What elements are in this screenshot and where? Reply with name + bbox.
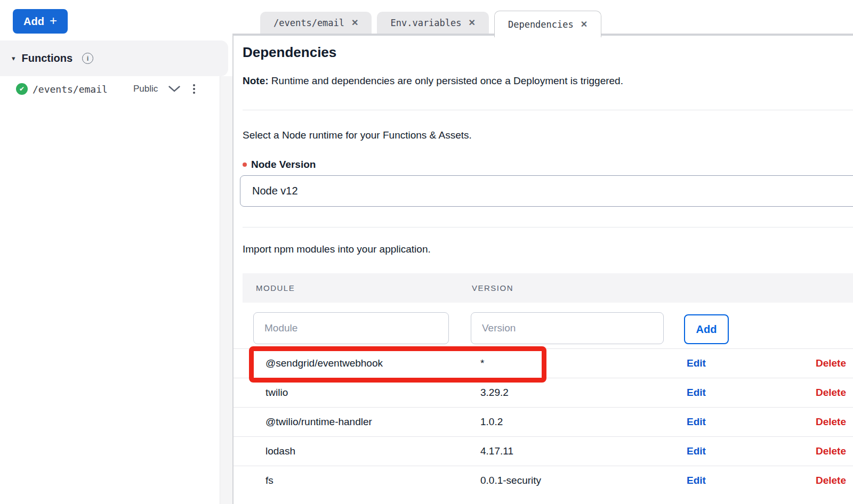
divider bbox=[243, 227, 853, 227]
delete-link[interactable]: Delete bbox=[816, 357, 846, 369]
editor-tab[interactable]: Dependencies ✕ bbox=[494, 11, 601, 37]
edit-link[interactable]: Edit bbox=[687, 475, 706, 486]
node-version-select[interactable]: Node v12 bbox=[240, 175, 853, 207]
dependency-module-name: twilio bbox=[265, 387, 480, 399]
edit-link[interactable]: Edit bbox=[687, 445, 706, 457]
close-tab-icon[interactable]: ✕ bbox=[351, 18, 358, 28]
dependency-module-name: fs bbox=[265, 475, 480, 486]
dependencies-panel: Dependencies Note: Runtime and dependenc… bbox=[232, 34, 853, 504]
tab-label: /events/email bbox=[273, 18, 344, 28]
kebab-menu-icon[interactable] bbox=[191, 82, 197, 96]
note-label: Note: bbox=[243, 75, 269, 86]
editor-tab-bar: /events/email ✕ Env.variables ✕ Dependen… bbox=[260, 11, 601, 37]
required-indicator bbox=[243, 162, 247, 167]
dependency-module-name: lodash bbox=[265, 445, 480, 457]
dependency-row: lodash 4.17.11 Edit Delete bbox=[234, 436, 853, 466]
delete-link[interactable]: Delete bbox=[816, 387, 846, 399]
node-version-label: Node Version bbox=[243, 159, 316, 170]
edit-link[interactable]: Edit bbox=[687, 416, 706, 428]
dependencies-table-header: MODULE VERSION bbox=[243, 273, 853, 303]
plus-icon: + bbox=[50, 14, 57, 27]
close-tab-icon[interactable]: ✕ bbox=[581, 19, 588, 29]
function-list-item[interactable]: ✔ /events/email Public bbox=[0, 76, 219, 102]
dependencies-table-body: @sendgrid/eventwebhook * Edit Delete twi… bbox=[234, 348, 853, 495]
delete-link[interactable]: Delete bbox=[816, 475, 846, 486]
node-version-value: Node v12 bbox=[252, 185, 298, 197]
deployed-check-icon: ✔ bbox=[16, 83, 28, 95]
close-tab-icon[interactable]: ✕ bbox=[469, 18, 476, 28]
version-input[interactable] bbox=[471, 312, 664, 344]
sidebar-scrollbar-track bbox=[220, 76, 232, 504]
dependency-module-name: @sendgrid/eventwebhook bbox=[265, 357, 480, 369]
dependency-version: * bbox=[480, 357, 651, 369]
collapse-caret-icon[interactable]: ▾ bbox=[12, 54, 15, 62]
functions-section-label: Functions bbox=[22, 52, 73, 64]
page-title: Dependencies bbox=[243, 44, 336, 61]
dependency-row: @twilio/runtime-handler 1.0.2 Edit Delet… bbox=[234, 407, 853, 436]
dependency-module-name: @twilio/runtime-handler bbox=[265, 416, 480, 428]
modules-intro-text: Import npm modules into your application… bbox=[243, 243, 431, 255]
dependency-version: 3.29.2 bbox=[480, 387, 651, 399]
dependency-version: 4.17.11 bbox=[480, 445, 651, 457]
function-visibility-label: Public bbox=[133, 84, 158, 94]
dependency-version: 0.0.1-security bbox=[480, 475, 651, 486]
functions-section-header[interactable]: ▾ Functions i bbox=[0, 40, 228, 76]
editor-tab[interactable]: Env.variables ✕ bbox=[377, 12, 488, 34]
add-function-label: Add bbox=[23, 15, 44, 28]
delete-link[interactable]: Delete bbox=[816, 416, 846, 428]
add-dependency-button[interactable]: Add bbox=[684, 314, 729, 344]
version-column-header: VERSION bbox=[472, 283, 513, 292]
dependency-row: @sendgrid/eventwebhook * Edit Delete bbox=[234, 348, 853, 378]
function-path: /events/email bbox=[33, 84, 108, 95]
edit-link[interactable]: Edit bbox=[687, 387, 706, 399]
runtime-intro-text: Select a Node runtime for your Functions… bbox=[243, 129, 472, 141]
info-icon[interactable]: i bbox=[82, 53, 93, 64]
dependency-row: twilio 3.29.2 Edit Delete bbox=[234, 378, 853, 407]
sidebar: Add + ▾ Functions i ✔ /events/email Publ… bbox=[0, 0, 220, 504]
editor-tab[interactable]: /events/email ✕ bbox=[260, 12, 372, 34]
add-function-button[interactable]: Add + bbox=[13, 9, 68, 34]
divider bbox=[243, 110, 853, 110]
module-input[interactable] bbox=[253, 312, 449, 344]
chevron-down-icon[interactable] bbox=[168, 86, 180, 92]
tab-label: Dependencies bbox=[508, 19, 574, 30]
module-column-header: MODULE bbox=[256, 283, 472, 292]
dependency-row: fs 0.0.1-security Edit Delete bbox=[234, 466, 853, 495]
note-text: Note: Runtime and dependencies are only … bbox=[243, 75, 623, 87]
edit-link[interactable]: Edit bbox=[687, 357, 706, 369]
dependency-version: 1.0.2 bbox=[480, 416, 651, 428]
delete-link[interactable]: Delete bbox=[816, 445, 846, 457]
tab-label: Env.variables bbox=[390, 18, 461, 28]
